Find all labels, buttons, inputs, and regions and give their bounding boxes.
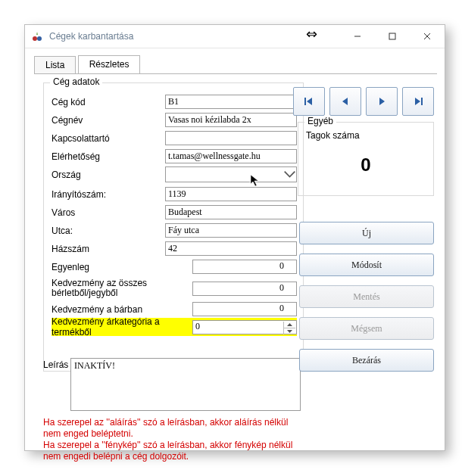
nav-next-button[interactable] — [366, 87, 398, 116]
orszag-select[interactable] — [165, 166, 297, 182]
svg-rect-3 — [389, 33, 395, 39]
megsem-button[interactable]: Mégsem — [299, 317, 434, 340]
svg-point-0 — [33, 36, 37, 41]
label-kedv-arkat: Kedvezmény árkategória a termékből — [52, 316, 192, 338]
label-egyenleg: Egyenleg — [52, 262, 192, 272]
label-leiras: Leírás — [43, 359, 68, 370]
nav-last-button[interactable] — [402, 87, 434, 116]
ceg-kod-field[interactable] — [165, 95, 297, 109]
spin-down-icon[interactable] — [284, 328, 295, 334]
modosit-button[interactable]: Módosít — [299, 254, 434, 276]
label-orszag: Ország — [52, 170, 165, 180]
app-icon — [31, 30, 43, 42]
titlebar: Cégek karbantartása ⇔ — [25, 25, 445, 48]
kapcsolattarto-field[interactable] — [165, 131, 297, 145]
label-kedv-bar: Kedvezmény a bárban — [52, 304, 192, 315]
label-elerhetoseg: Elérhetőség — [52, 151, 165, 162]
kedv-bar-value: 0 — [279, 303, 284, 313]
label-utca: Utca: — [52, 226, 165, 236]
leiras-textarea[interactable]: INAKTÍV! — [70, 358, 301, 411]
minimize-button[interactable] — [340, 25, 375, 48]
kedv-arkat-field[interactable]: 0 — [192, 320, 297, 334]
utca-field[interactable] — [165, 223, 297, 238]
kedv-berlet-value: 0 — [279, 282, 284, 293]
label-varos: Város — [52, 207, 165, 218]
kedv-bar-field[interactable]: 0 — [192, 302, 297, 316]
label-cegnev: Cégnév — [52, 115, 165, 126]
tagok-szama-value: 0 — [298, 154, 433, 176]
svg-rect-6 — [304, 98, 306, 105]
ceg-adatok-group: Cég adatok Cég kód Cégnév Kapcsolattartó… — [43, 82, 304, 372]
ceg-adatok-legend: Cég adatok — [50, 76, 102, 87]
cegnev-field[interactable] — [165, 113, 297, 127]
uj-button[interactable]: Új — [299, 222, 434, 244]
chevron-down-icon — [283, 167, 296, 182]
nav-prev-button[interactable] — [329, 87, 361, 116]
close-button[interactable] — [410, 25, 445, 48]
move-cursor-icon: ⇔ — [306, 27, 317, 41]
tagok-szama-label: Tagok száma — [306, 130, 360, 141]
window-title: Cégek karbantartása — [49, 31, 133, 42]
label-kapcsolattarto: Kapcsolattartó — [52, 133, 165, 144]
varos-field[interactable] — [165, 205, 297, 219]
tab-lista[interactable]: Lista — [34, 56, 76, 74]
egyeb-group: Egyéb Tagok száma 0 — [298, 122, 434, 196]
window: Cégek karbantartása ⇔ Lista Részletes Cé… — [24, 24, 445, 451]
warning-note: Ha szerepel az ''aláírás'' szó a leírásb… — [43, 417, 301, 462]
label-iranyitoszam: Irányítószám: — [52, 189, 165, 200]
label-ceg-kod: Cég kód — [52, 97, 165, 107]
leiras-value: INAKTÍV! — [74, 360, 115, 371]
label-hazszam: Házszám — [52, 244, 165, 254]
tab-reszletes[interactable]: Részletes — [78, 55, 141, 73]
warning-note-text: Ha szerepel az ''aláírás'' szó a leírásb… — [43, 417, 292, 462]
hazszam-field[interactable] — [165, 241, 297, 256]
egyenleg-field[interactable]: 0 — [192, 260, 297, 274]
svg-rect-7 — [421, 98, 423, 105]
iranyitoszam-field[interactable] — [165, 187, 297, 201]
nav-first-button[interactable] — [293, 87, 325, 116]
kedv-arkat-value: 0 — [195, 321, 200, 331]
spin-up-icon[interactable] — [284, 322, 295, 328]
mentes-button[interactable]: Mentés — [299, 285, 434, 308]
kedv-berlet-field[interactable]: 0 — [192, 282, 297, 296]
maximize-button[interactable] — [375, 25, 410, 48]
svg-point-1 — [37, 36, 42, 41]
elerhetoseg-field[interactable] — [165, 149, 297, 163]
egyenleg-value: 0 — [279, 260, 284, 271]
label-kedv-berlet: Kedvezmény az összes bérletből/jegyből — [52, 278, 192, 298]
bezaras-button[interactable]: Bezárás — [299, 349, 434, 372]
kedv-arkat-spinner[interactable] — [283, 322, 295, 334]
egyeb-legend: Egyéb — [304, 116, 336, 126]
tab-divider — [34, 73, 437, 74]
